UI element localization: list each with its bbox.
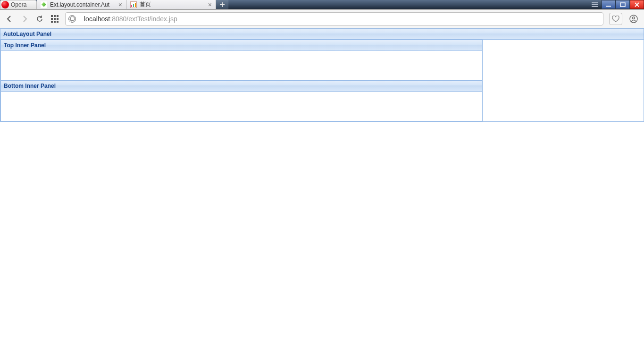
browser-tab-strip: Opera Ext.layout.container.Aut × 首页 ×: [0, 0, 644, 9]
reload-button[interactable]: [35, 14, 44, 24]
svg-rect-1: [133, 4, 134, 7]
window-close-button[interactable]: [630, 0, 644, 9]
page-content: AutoLayout Panel Top Inner Panel Bottom …: [0, 28, 644, 122]
top-inner-panel-body: [1, 51, 482, 80]
back-button[interactable]: [5, 14, 14, 24]
url-text: localhost:8080/extTest/index.jsp: [84, 15, 177, 23]
bookmark-heart-button[interactable]: [609, 13, 622, 25]
auto-layout-panel: AutoLayout Panel Top Inner Panel Bottom …: [0, 28, 644, 122]
opera-logo-icon: [1, 1, 9, 8]
browser-tab-0[interactable]: Ext.layout.container.Aut ×: [37, 0, 126, 9]
address-bar[interactable]: localhost:8080/extTest/index.jsp: [65, 12, 603, 25]
tab-label: 首页: [140, 0, 205, 8]
browser-toolbar: localhost:8080/extTest/index.jsp: [0, 9, 644, 28]
svg-rect-4: [620, 3, 625, 7]
separator: [80, 15, 80, 23]
tab-label: Ext.layout.container.Aut: [50, 1, 116, 8]
opera-menu-icon[interactable]: [588, 0, 602, 9]
svg-rect-2: [135, 3, 136, 7]
url-path: /extTest/index.jsp: [126, 15, 177, 23]
top-inner-panel: Top Inner Panel: [0, 40, 483, 81]
panel-body: Top Inner Panel Bottom Inner Panel: [0, 40, 483, 121]
opera-label: Opera: [11, 1, 26, 8]
close-tab-icon[interactable]: ×: [118, 1, 122, 8]
top-inner-panel-title: Top Inner Panel: [4, 42, 46, 49]
bottom-inner-panel-title: Bottom Inner Panel: [4, 83, 56, 89]
favicon-arrow-icon: [41, 1, 47, 8]
opera-menu-tab[interactable]: Opera: [0, 0, 37, 9]
new-tab-button[interactable]: [216, 0, 228, 9]
favicon-chart-icon: [130, 1, 137, 8]
speed-dial-icon: [51, 15, 59, 23]
url-port: :8080: [110, 15, 126, 23]
window-maximize-button[interactable]: [616, 0, 630, 9]
panel-title: AutoLayout Panel: [3, 31, 51, 37]
svg-point-6: [633, 17, 635, 19]
user-account-button[interactable]: [628, 13, 639, 25]
speed-dial-button[interactable]: [50, 14, 59, 24]
bottom-inner-panel-body: [1, 92, 482, 121]
bottom-inner-panel-header: Bottom Inner Panel: [1, 81, 482, 92]
svg-rect-3: [606, 6, 611, 7]
url-host: localhost: [84, 15, 110, 23]
panel-header: AutoLayout Panel: [0, 29, 644, 40]
top-inner-panel-header: Top Inner Panel: [1, 40, 482, 51]
svg-rect-0: [131, 5, 132, 7]
bottom-inner-panel: Bottom Inner Panel: [0, 81, 483, 121]
close-tab-icon[interactable]: ×: [208, 1, 212, 8]
browser-tab-1[interactable]: 首页 ×: [126, 0, 216, 9]
window-minimize-button[interactable]: [602, 0, 616, 9]
globe-icon: [68, 15, 76, 23]
forward-button[interactable]: [20, 14, 29, 24]
